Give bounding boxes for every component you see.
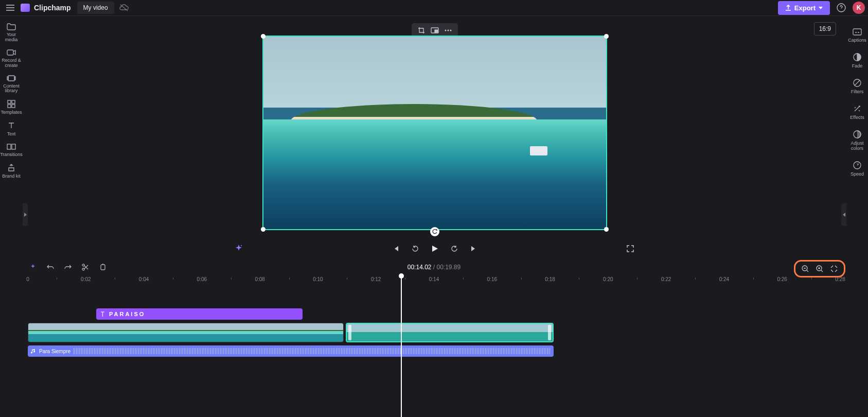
svg-rect-11 xyxy=(8,105,11,108)
playback-controls xyxy=(23,244,846,254)
left-sidebar: Your media Record & create Content libra… xyxy=(0,16,23,258)
sidebar-item-adjust-colors[interactable]: Adjust colors xyxy=(846,125,868,156)
resize-handle-se[interactable] xyxy=(604,227,609,232)
svg-rect-5 xyxy=(7,50,13,55)
sidebar-item-brand-kit[interactable]: Brand kit xyxy=(0,161,23,182)
svg-point-24 xyxy=(447,30,449,31)
ruler-tick: 0:12 xyxy=(371,276,381,282)
timeline-tracks[interactable]: PARAISO Para Siempre xyxy=(28,308,840,396)
svg-point-26 xyxy=(241,245,242,246)
audio-clip-label: Para Siempre xyxy=(39,349,70,354)
resize-handle-ne[interactable] xyxy=(604,34,609,39)
svg-rect-12 xyxy=(12,105,15,108)
sidebar-item-effects[interactable]: Effects xyxy=(846,99,868,125)
ruler-tick: 0:08 xyxy=(255,276,264,282)
split-button[interactable] xyxy=(80,262,91,272)
skip-start-icon[interactable] xyxy=(391,244,401,254)
ai-sparkle-icon[interactable] xyxy=(234,244,244,254)
sidebar-item-content-library[interactable]: Content library xyxy=(0,72,23,97)
more-icon[interactable] xyxy=(444,26,453,35)
ruler-tick: 0:20 xyxy=(603,276,613,282)
video-title-input[interactable]: My video xyxy=(77,2,114,14)
time-separator: / xyxy=(431,264,436,271)
forward-icon[interactable] xyxy=(449,244,459,254)
skip-end-icon[interactable] xyxy=(469,244,479,254)
svg-point-27 xyxy=(82,264,84,266)
svg-rect-22 xyxy=(435,30,438,32)
audio-waveform xyxy=(74,348,551,354)
sidebar-item-transitions[interactable]: Transitions xyxy=(0,140,23,161)
sidebar-item-record-create[interactable]: Record & create xyxy=(0,46,23,72)
zoom-fit-icon[interactable] xyxy=(829,264,839,273)
clip-handle-left[interactable] xyxy=(348,325,351,340)
user-avatar[interactable]: K xyxy=(853,2,865,14)
svg-point-25 xyxy=(450,30,451,31)
clip-handle-right[interactable] xyxy=(548,325,551,340)
sidebar-item-captions[interactable]: Captions xyxy=(846,23,868,48)
current-time: 00:14.02 xyxy=(408,264,432,271)
cloud-sync-off-icon[interactable] xyxy=(117,1,131,14)
rotate-handle-icon[interactable] xyxy=(430,227,439,236)
zoom-out-icon[interactable] xyxy=(801,264,810,273)
ruler-tick: 0:24 xyxy=(719,276,729,282)
sidebar-item-templates[interactable]: Templates xyxy=(0,97,23,118)
svg-rect-15 xyxy=(853,29,861,35)
svg-rect-8 xyxy=(14,77,15,80)
undo-button[interactable] xyxy=(45,262,56,272)
pip-icon[interactable] xyxy=(430,26,439,35)
audio-clip[interactable]: Para Siempre xyxy=(28,345,554,357)
ruler-tick: 0:02 xyxy=(81,276,91,282)
play-button[interactable] xyxy=(430,244,440,254)
music-icon xyxy=(31,349,36,354)
text-clip[interactable]: PARAISO xyxy=(96,308,303,320)
svg-rect-10 xyxy=(12,100,15,103)
preview-frame xyxy=(263,37,606,229)
aspect-ratio-button[interactable]: 16:9 xyxy=(814,22,836,36)
clipchamp-logo-icon xyxy=(21,4,30,12)
ruler-tick: 0:26 xyxy=(777,276,787,282)
timeline-panel: 00:14.02 / 00:19.89 00:020:040:060:080:1… xyxy=(0,258,868,417)
rewind-icon[interactable] xyxy=(410,244,420,254)
preview-canvas[interactable] xyxy=(262,36,607,230)
svg-rect-13 xyxy=(7,144,11,149)
timeline-toolbar: 00:14.02 / 00:19.89 xyxy=(0,258,868,276)
timeline-ruler[interactable]: 00:020:040:060:080:100:120:140:160:180:2… xyxy=(28,276,840,287)
export-button[interactable]: Export xyxy=(778,1,830,15)
svg-rect-6 xyxy=(8,76,14,81)
ruler-tick: 0 xyxy=(26,276,29,282)
sidebar-item-filters[interactable]: Filters xyxy=(846,74,868,99)
hamburger-menu[interactable] xyxy=(3,1,17,15)
playhead[interactable] xyxy=(401,276,402,417)
video-clip-1[interactable] xyxy=(28,323,344,342)
ruler-tick: 0:04 xyxy=(139,276,149,282)
svg-line-18 xyxy=(855,80,860,85)
sidebar-item-speed[interactable]: Speed xyxy=(846,156,868,182)
text-icon xyxy=(100,311,105,317)
help-button[interactable] xyxy=(835,2,847,14)
crop-icon[interactable] xyxy=(417,26,426,35)
export-label: Export xyxy=(794,4,816,12)
ai-sparkle-small-icon[interactable] xyxy=(28,262,38,272)
video-clip-2-selected[interactable] xyxy=(346,323,554,342)
ruler-tick: 0:28 xyxy=(835,276,845,282)
zoom-controls-highlight xyxy=(794,260,845,277)
svg-rect-14 xyxy=(12,144,15,149)
ruler-tick: 0:16 xyxy=(487,276,497,282)
trash-button[interactable] xyxy=(98,262,108,272)
svg-rect-7 xyxy=(7,77,8,80)
brand-name: Clipchamp xyxy=(34,4,71,12)
svg-point-28 xyxy=(82,268,84,270)
zoom-in-icon[interactable] xyxy=(815,264,824,273)
sidebar-item-text[interactable]: Text xyxy=(0,118,23,140)
resize-handle-sw[interactable] xyxy=(261,227,265,232)
svg-point-23 xyxy=(445,30,446,31)
ruler-tick: 0:10 xyxy=(313,276,323,282)
redo-button[interactable] xyxy=(63,262,73,272)
ruler-tick: 0:06 xyxy=(197,276,207,282)
sidebar-item-fade[interactable]: Fade xyxy=(846,48,868,74)
fullscreen-icon[interactable] xyxy=(625,244,635,254)
sidebar-item-your-media[interactable]: Your media xyxy=(0,20,23,46)
ruler-tick: 0:14 xyxy=(429,276,439,282)
ruler-tick: 0:22 xyxy=(661,276,671,282)
resize-handle-nw[interactable] xyxy=(261,34,265,39)
